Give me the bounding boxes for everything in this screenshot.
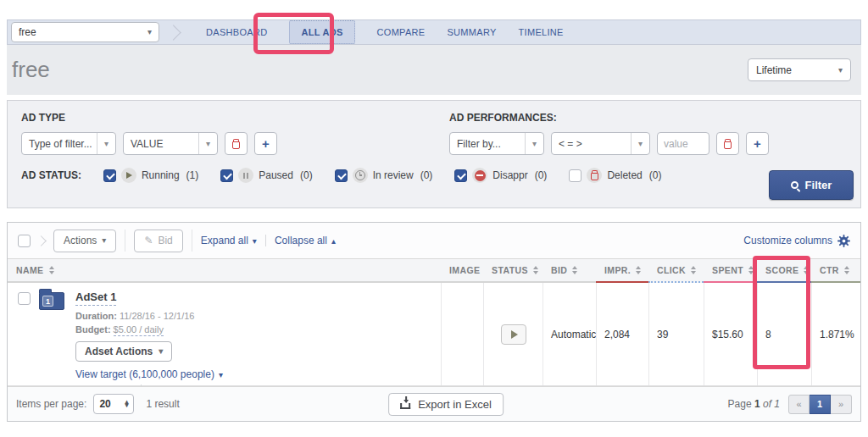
- caret-down-icon: ▾: [253, 236, 257, 246]
- customize-columns-label: Customize columns: [743, 235, 832, 246]
- adset-name-link[interactable]: AdSet 1: [75, 290, 116, 306]
- column-header-bid[interactable]: BID: [542, 259, 596, 283]
- column-header-click[interactable]: CLICK: [648, 259, 704, 283]
- status-count: (0): [535, 169, 548, 181]
- date-range-value: Lifetime: [756, 64, 792, 76]
- image-cell: [441, 283, 483, 385]
- performance-remove-button[interactable]: [716, 132, 739, 155]
- ad-type-remove-button[interactable]: [225, 132, 248, 155]
- ad-type-add-button[interactable]: +: [254, 132, 277, 155]
- page-header: free Lifetime ▾: [7, 45, 861, 95]
- row-checkbox[interactable]: [18, 292, 31, 305]
- column-header-ctr[interactable]: CTR: [811, 259, 860, 283]
- filter-button-label: Filter: [805, 179, 832, 191]
- tab-bar: DASHBOARD ALL ADS COMPARE SUMMARY TIMELI…: [206, 20, 564, 44]
- toolbar-divider: [125, 230, 125, 252]
- status-label: Paused: [259, 169, 293, 181]
- running-checkbox[interactable]: [103, 169, 116, 182]
- status-label: Deleted: [607, 169, 642, 181]
- performance-operator-select[interactable]: < = > ▾: [551, 132, 650, 155]
- export-excel-button[interactable]: Export in Excel: [388, 393, 504, 416]
- expand-all-link[interactable]: Expand all ▾: [201, 235, 257, 246]
- pause-icon: [238, 168, 253, 183]
- performance-add-button[interactable]: +: [746, 132, 769, 155]
- duration-label: Duration:: [75, 311, 117, 321]
- column-header-name[interactable]: NAME: [8, 259, 441, 283]
- campaign-select[interactable]: free ▾: [11, 22, 159, 42]
- sort-icon: [844, 266, 849, 274]
- bid-cell: Automatic: [542, 283, 596, 385]
- adset-actions-button[interactable]: Adset Actions ▾: [75, 341, 172, 362]
- page: free ▾ DASHBOARD ALL ADS COMPARE SUMMARY…: [0, 0, 868, 437]
- column-header-impr[interactable]: IMPR.: [596, 259, 648, 283]
- caret-down-icon: ▾: [97, 133, 115, 154]
- select-all-checkbox[interactable]: [18, 235, 31, 247]
- performance-value-input[interactable]: [657, 132, 709, 155]
- in-review-checkbox[interactable]: [335, 169, 348, 182]
- tab-compare[interactable]: COMPARE: [377, 27, 426, 37]
- view-target-link[interactable]: View target (6,100,000 people) ▾: [75, 368, 223, 380]
- duration-line: Duration: 11/28/16 - 12/1/16: [75, 311, 223, 321]
- column-header-score[interactable]: SCORE: [757, 259, 811, 283]
- gear-icon[interactable]: [837, 235, 850, 247]
- adset-actions-label: Adset Actions: [85, 346, 153, 357]
- sort-icon: [691, 266, 696, 274]
- tab-timeline[interactable]: TIMELINE: [519, 27, 564, 37]
- trash-icon: [724, 139, 732, 149]
- items-per-page-label: Items per page:: [16, 398, 86, 410]
- column-header-status[interactable]: STATUS: [483, 259, 542, 283]
- caret-up-icon: ▴: [331, 236, 336, 246]
- status-filter-running: Running (1): [103, 168, 198, 183]
- sort-icon: [572, 266, 577, 274]
- impressions-cell: 2,084: [596, 283, 648, 385]
- status-count: (0): [300, 169, 313, 181]
- page-number: 1: [754, 398, 760, 410]
- play-status-button[interactable]: [501, 324, 526, 345]
- status-count: (0): [649, 169, 662, 181]
- bid-button[interactable]: ✎ Bid: [134, 230, 182, 252]
- chevron-right-icon: [36, 235, 47, 246]
- sort-icon: [804, 266, 809, 274]
- customize-columns-link[interactable]: Customize columns: [743, 235, 832, 246]
- collapse-all-link[interactable]: Collapse all ▴: [275, 235, 336, 246]
- ad-type-filter-select[interactable]: Type of filter... ▾: [21, 132, 116, 155]
- pencil-icon: ✎: [144, 235, 153, 246]
- caret-down-icon: ▾: [838, 66, 843, 75]
- search-icon: [791, 181, 798, 189]
- status-cell: [483, 283, 542, 385]
- items-per-page-value: 20: [99, 398, 110, 410]
- status-label: In review: [373, 169, 414, 181]
- disapproved-checkbox[interactable]: [454, 169, 467, 182]
- date-range-select[interactable]: Lifetime ▾: [748, 58, 851, 81]
- page-1-button[interactable]: 1: [810, 395, 831, 414]
- performance-filter-select[interactable]: Filter by... ▾: [449, 132, 544, 155]
- caret-down-icon: ▾: [198, 133, 217, 154]
- filter-button[interactable]: Filter: [769, 170, 854, 200]
- ad-type-filter-value: Type of filter...: [22, 138, 97, 150]
- export-label: Export in Excel: [418, 398, 492, 411]
- page-of: of 1: [763, 398, 780, 410]
- ads-table-panel: Actions ▾ ✎ Bid Expand all ▾ Collapse al…: [7, 222, 861, 422]
- tab-summary[interactable]: SUMMARY: [447, 27, 496, 37]
- sort-icon: [533, 266, 538, 274]
- prev-page-button[interactable]: «: [788, 395, 810, 414]
- status-filter-deleted: Deleted (0): [569, 168, 661, 183]
- column-header-spent[interactable]: SPENT: [704, 259, 757, 283]
- status-label: Running: [142, 169, 180, 181]
- clock-icon: [353, 168, 368, 183]
- tab-all-ads[interactable]: ALL ADS: [289, 20, 354, 44]
- items-per-page-select[interactable]: 20 ▴▾: [93, 394, 134, 414]
- tab-dashboard[interactable]: DASHBOARD: [206, 27, 267, 37]
- spent-cell: $15.60: [704, 283, 757, 385]
- folder-badge: 1: [42, 296, 53, 307]
- budget-line: Budget: $5.00 / daily: [75, 324, 223, 335]
- page-title: free: [12, 57, 50, 83]
- status-count: (0): [420, 169, 433, 181]
- paused-checkbox[interactable]: [220, 169, 233, 182]
- ad-type-value-select[interactable]: VALUE ▾: [123, 132, 218, 155]
- toolbar-divider: [192, 230, 192, 252]
- plus-icon: +: [754, 137, 761, 150]
- next-page-button[interactable]: »: [831, 395, 852, 414]
- deleted-checkbox[interactable]: [569, 169, 581, 182]
- actions-button[interactable]: Actions ▾: [53, 230, 116, 252]
